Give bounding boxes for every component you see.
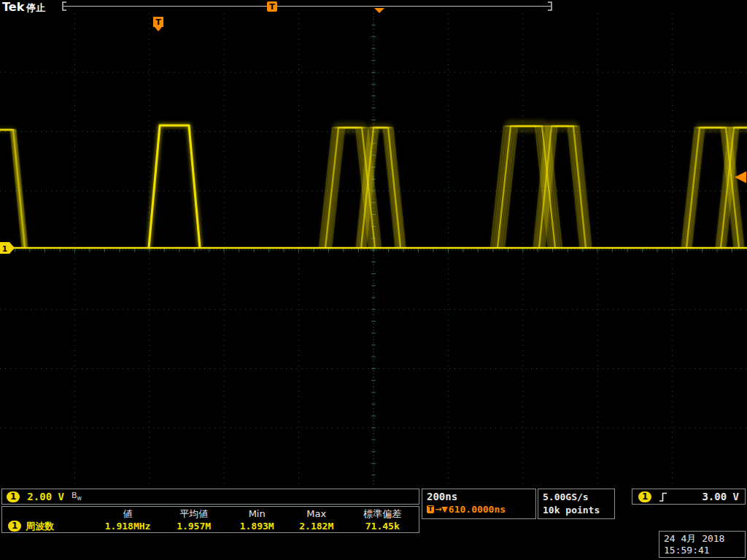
- trigger-time-flag[interactable]: T: [153, 17, 163, 31]
- record-view-bar: T: [0, 0, 747, 13]
- trigger-flag-label: T: [155, 18, 161, 27]
- col-mean-header: 平均値: [160, 508, 228, 521]
- sample-rate: 5.00GS/s: [543, 491, 614, 504]
- trigger-delay-value: 610.0000ns: [449, 504, 506, 515]
- measurement-mean: 1.957M: [160, 521, 228, 532]
- record-trigger-t-label: T: [269, 2, 275, 12]
- channel1-scale: 2.00 V: [27, 491, 64, 502]
- trigger-readout[interactable]: 1 3.00 V: [632, 489, 746, 505]
- measurement-readout[interactable]: 値 平均値 Min Max 標準偏差 1 周波数 1.918MHz 1.957M…: [1, 506, 419, 533]
- top-status-bar: Tek 停止 T: [0, 0, 747, 13]
- col-min-header: Min: [227, 508, 287, 519]
- horizontal-readout[interactable]: 200ns T →▼ 610.0000ns: [422, 489, 536, 519]
- expansion-point-marker: [374, 8, 384, 13]
- trigger-delay-t-badge: T: [427, 505, 434, 513]
- channel1-position-marker[interactable]: 1: [0, 242, 15, 254]
- trigger-delay-arrows: →▼: [435, 505, 448, 514]
- measurement-value-row: 1 周波数 1.918MHz 1.957M 1.893M 2.182M 71.4…: [2, 520, 419, 532]
- measurement-value: 1.918MHz: [95, 521, 160, 532]
- time-label: 15:59:41: [664, 545, 745, 556]
- col-max-header: Max: [287, 508, 347, 519]
- measurement-stddev: 71.45k: [347, 521, 419, 532]
- channel1-marker-label: 1: [2, 245, 7, 253]
- oscilloscope-screen: Tek 停止 T T: [0, 0, 747, 560]
- datetime-readout: 24 4月 2018 15:59:41: [659, 531, 746, 558]
- measurement-header-row: 値 平均値 Min Max 標準偏差: [2, 508, 419, 520]
- channel1-readout[interactable]: 1 2.00 V Bw: [1, 489, 419, 505]
- rising-edge-icon: [659, 491, 667, 502]
- ch1-waveform-trace: [0, 125, 747, 248]
- col-stddev-header: 標準偏差: [347, 508, 419, 521]
- waveform-display: T 1: [0, 13, 747, 487]
- trigger-level-value: 3.00 V: [702, 491, 739, 502]
- measurement-name: 周波数: [26, 520, 54, 533]
- measurement-max: 2.182M: [287, 521, 347, 532]
- timebase-scale: 200ns: [427, 491, 535, 502]
- measurement-source-badge: 1: [8, 521, 21, 532]
- record-length: 10k points: [543, 504, 614, 517]
- acquisition-readout[interactable]: 5.00GS/s 10k points: [538, 489, 615, 519]
- measurement-min: 1.893M: [227, 521, 287, 532]
- col-value-header: 値: [95, 508, 160, 521]
- record-trigger-marker: T: [267, 1, 277, 12]
- bw-w: w: [77, 496, 82, 502]
- date-label: 24 4月 2018: [664, 533, 745, 545]
- channel1-badge: 1: [7, 491, 20, 502]
- trigger-source-badge: 1: [638, 491, 651, 502]
- bandwidth-limit-indicator: Bw: [71, 491, 82, 502]
